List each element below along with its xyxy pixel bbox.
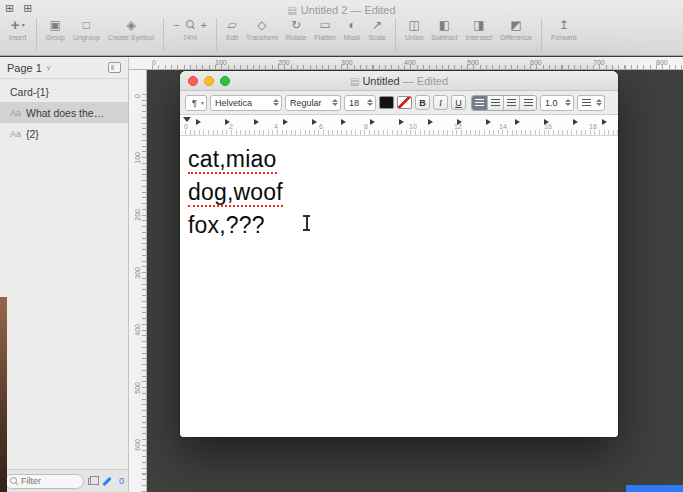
text-layer-icon: Aa [10,108,26,118]
text-color-well[interactable] [379,96,394,109]
align-right-icon [524,99,533,106]
page-header: Page 1 ∨ [0,57,128,79]
toolbar-item-label: Flatten [314,34,335,41]
text-color-picker-icon[interactable] [397,96,412,109]
zoom-button[interactable] [220,76,230,86]
toolbar-divider [216,18,217,51]
toolbar-item[interactable]: ◨ Intersect [465,17,492,41]
paragraph-styles-button[interactable]: ¶▾ [185,95,207,111]
indent-marker-icon[interactable] [183,117,191,122]
toolbar-item[interactable]: □ Ungroup [73,17,100,41]
toolbar-item[interactable]: ◩ Difference [500,17,532,41]
align-left-icon [475,99,484,106]
layer-label: {2} [26,128,39,140]
toolbar-item-icon: ◫ [408,17,419,32]
font-size-select[interactable]: 18 [344,95,376,111]
edit-pencil-icon[interactable] [102,476,111,485]
ruler-ticks [185,130,618,135]
stepper-icon [564,99,571,106]
font-face-select[interactable]: Regular [285,95,341,111]
toolbar-item-label: Create Symbol [108,34,154,41]
document-content[interactable]: cat,miaodog,wooffox,??? [180,136,618,437]
toolbar-item[interactable]: ◐ Mask [344,17,361,41]
document-line-text: cat,miao [188,146,277,174]
document-icon: ▤ [350,76,359,87]
toolbar-item-icon: ◩ [510,17,521,32]
toolbar-item[interactable]: ◫ Union [405,17,423,41]
toolbar-item-icon: ◐ [348,17,355,32]
page-list-toggle-icon[interactable] [108,62,121,73]
ibeam-cursor [302,215,311,231]
ruler-ticks [152,65,683,69]
sidebar-footer: 0 [0,469,128,492]
chevron-down-icon: ▾ [22,22,25,28]
toolbar-item[interactable]: ▭ Flatten [314,17,335,41]
chevron-down-icon: ∨ [46,64,51,72]
ruler-number: 14 [499,123,544,130]
vertical-ruler: 0100200300400500600 [129,70,147,492]
align-justify-button[interactable] [504,96,520,110]
layer-label: What does the… [26,107,104,119]
document-line-text: dog,woof [188,179,283,207]
ruler-number: 12 [454,123,499,130]
toolbar-item[interactable]: ▣ Group [46,17,65,41]
toolbar-item-label: Difference [500,34,532,41]
toolbar-item-icon: ▱ [227,17,236,32]
zoom-out-icon[interactable]: − [173,19,179,31]
toolbar-item-icon: ↻ [291,17,301,32]
toolbar-item-icon: ↗ [372,17,382,32]
toolbar-item-label: Rotate [286,34,307,41]
toolbar-item-icon: ▭ [319,17,330,32]
text-layer-icon: Aa [10,129,26,139]
toolbar-item-icon: ◨ [473,17,484,32]
toolbar-item[interactable]: ◈ Create Symbol [108,17,154,41]
document-icon: ▤ [287,5,296,16]
toolbar-item[interactable]: ◧ Subtract [431,17,457,41]
align-center-button[interactable] [488,96,504,110]
layer-list: Card-{1} Aa What does the… Aa {2} [0,79,128,469]
toolbar-item[interactable]: ↥ Forward [551,17,577,41]
layer-list-item[interactable]: Card-{1} [0,81,128,102]
toolbar-item[interactable]: ▱ Edit [226,17,238,41]
format-toolbar: ¶▾ Helvetica Regular 18 B I U [180,91,618,115]
line-spacing-select[interactable]: 1.0 [540,95,574,111]
filter-input[interactable] [21,476,77,486]
bold-button[interactable]: B [415,95,430,110]
zoom-control[interactable]: − + 74% [173,17,207,41]
toolbar-item-label: Union [405,34,423,41]
magnifier-icon [186,20,195,29]
sketch-toolbar: ⊞ ⊞ ▤Untitled 2 — Edited +▾ Insert ▣ Gro… [0,0,683,56]
textedit-titlebar[interactable]: ▤Untitled — Edited [180,71,618,91]
sketch-window-title: ▤Untitled 2 — Edited [0,4,683,16]
toolbar-item[interactable]: ◇ Transform [246,17,278,41]
desktop-wallpaper-strip [0,297,7,492]
toolbar-divider [163,18,164,51]
insert-button[interactable]: +▾ Insert [9,17,27,41]
minimize-button[interactable] [204,76,214,86]
layers-sidebar: Page 1 ∨ Card-{1} Aa What does the… Aa {… [0,57,129,492]
layer-list-item[interactable]: Aa {2} [0,123,128,144]
toolbar-item-label: Ungroup [73,34,100,41]
pages-icon[interactable] [88,478,95,485]
ruler-number: 18 [589,123,618,130]
ruler-number: 2 [229,123,274,130]
stepper-icon [366,99,373,106]
align-right-button[interactable] [520,96,536,110]
toolbar-item-icon: ↥ [559,17,569,32]
list-style-select[interactable] [577,95,605,111]
font-family-select[interactable]: Helvetica [210,95,282,111]
underline-button[interactable]: U [451,95,466,110]
page-selector[interactable]: Page 1 [7,62,42,74]
layer-list-item[interactable]: Aa What does the… [0,102,128,123]
filter-field[interactable] [4,474,84,489]
italic-button[interactable]: I [433,95,448,110]
toolbar-item[interactable]: ↻ Rotate [286,17,307,41]
toolbar-item[interactable]: ↗ Scale [368,17,386,41]
align-left-button[interactable] [472,96,488,110]
align-justify-icon [507,99,516,106]
zoom-in-icon[interactable]: + [201,19,207,31]
toolbar-divider [541,18,542,51]
toolbar-item-label: Edit [226,34,238,41]
close-button[interactable] [188,76,198,86]
document-line: cat,miao [188,143,618,176]
